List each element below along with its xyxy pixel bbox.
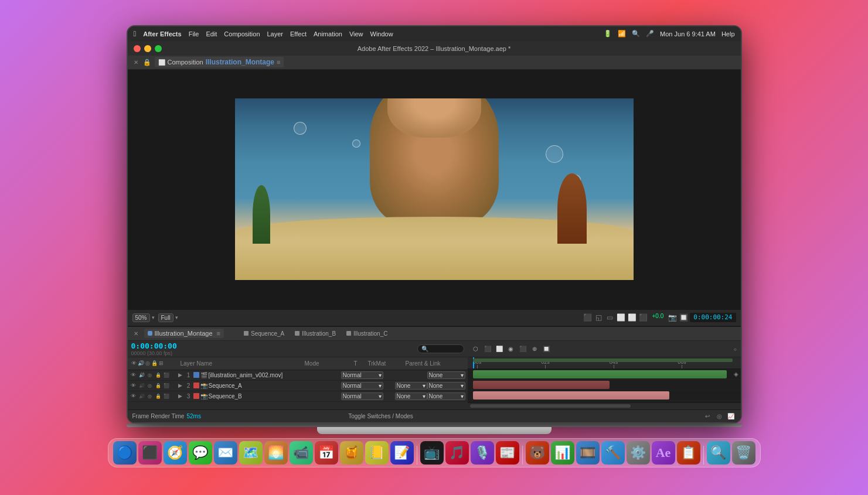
toggle-switches-button[interactable]: Toggle Switches / Modes — [348, 413, 413, 419]
layer-eye-icon[interactable]: 👁 — [130, 382, 137, 389]
track-bar[interactable] — [473, 381, 610, 389]
dock-aftereffects[interactable]: Ae — [652, 441, 675, 465]
layer-audio-icon[interactable]: 🔊 — [138, 392, 145, 400]
layer-solo-icon[interactable]: ◎ — [147, 382, 154, 389]
layer-motion-blur-icon[interactable]: ⬛ — [163, 371, 170, 378]
menu-composition[interactable]: Composition — [224, 30, 260, 37]
layer-audio-icon[interactable]: 🔊 — [138, 382, 145, 389]
close-button[interactable] — [134, 45, 141, 52]
layer-solo-icon[interactable]: ◎ — [147, 392, 154, 400]
layer-expand-icon[interactable]: ▶ — [177, 371, 184, 378]
menu-effect[interactable]: Effect — [290, 30, 307, 37]
dock-xcode[interactable]: 🔨 — [601, 441, 625, 465]
layer-solo-icon[interactable]: ◎ — [147, 371, 154, 378]
aspect-icon[interactable]: ▭ — [605, 313, 615, 322]
timeline-main-tab[interactable]: Illustration_Montage ≡ — [144, 329, 224, 338]
layer-motion-blur-icon[interactable]: ⬛ — [163, 392, 170, 400]
dock-podcasts[interactable]: 🎙️ — [471, 441, 494, 465]
guides-icon[interactable]: ⬜ — [628, 313, 637, 322]
layer-motion-blur-icon[interactable]: ⬛ — [163, 382, 170, 389]
layer-eye-icon[interactable]: 👁 — [130, 392, 137, 400]
timeline-tab-menu-icon[interactable]: ≡ — [217, 330, 220, 337]
work-area-bar[interactable] — [473, 359, 733, 362]
dock-reminders[interactable]: 📝 — [390, 441, 414, 465]
time-stretch-icon[interactable]: ⬛ — [483, 344, 492, 353]
layer-parent-dropdown[interactable]: None ▾ — [427, 392, 465, 400]
menu-aftereffects[interactable]: After Effects — [143, 30, 181, 37]
safe-zones-icon[interactable]: ⬜ — [617, 313, 626, 322]
layer-eye-icon[interactable]: 👁 — [130, 371, 137, 378]
menu-window[interactable]: Window — [370, 30, 393, 37]
track-bar[interactable] — [473, 391, 670, 400]
dock-messages[interactable]: 💬 — [189, 441, 212, 465]
zoom-level[interactable]: 50% — [132, 313, 150, 322]
spotlight-icon[interactable]: 🔍 — [632, 30, 640, 37]
dock-honey[interactable]: 🍯 — [340, 441, 363, 465]
roi-icon[interactable]: ⬛ — [583, 313, 593, 322]
layer-lock-icon[interactable]: 🔒 — [155, 392, 162, 400]
layer-parent-dropdown[interactable]: None ▾ — [427, 371, 465, 379]
dock-powerpoint[interactable]: 📋 — [677, 441, 700, 465]
dock-launchpad[interactable]: ⬛ — [138, 441, 162, 465]
comp-flow-icon[interactable]: ⬡ — [471, 344, 481, 353]
timecode-display[interactable]: 0:00:00:00 — [131, 342, 177, 350]
dock-facetime[interactable]: 📹 — [290, 441, 313, 465]
dock-fantastical[interactable]: 📅 — [315, 441, 338, 465]
dock-maps[interactable]: 🗺️ — [239, 441, 263, 465]
layer-mode-dropdown[interactable]: Normal ▾ — [341, 371, 383, 379]
layer-search-box[interactable]: 🔍 — [417, 344, 464, 353]
layer-name[interactable]: [illustration_anim_v002.mov] — [209, 372, 341, 378]
dock-search[interactable]: 🔍 — [707, 441, 730, 465]
guide-layer-icon[interactable]: ⬛ — [518, 344, 527, 353]
null-object-icon[interactable]: ◉ — [506, 344, 516, 353]
dock-bear[interactable]: 🐻 — [526, 441, 549, 465]
layer-trkmat-dropdown[interactable]: None ▾ — [395, 392, 427, 400]
timeline-panel-close-icon[interactable]: ✕ — [132, 330, 139, 337]
menu-help[interactable]: Help — [721, 30, 735, 37]
layer-mode-dropdown[interactable]: Normal ▾ — [341, 392, 383, 400]
menu-layer[interactable]: Layer — [267, 30, 284, 37]
dock-trash[interactable]: 🗑️ — [732, 441, 755, 465]
layer-lock-icon[interactable]: 🔒 — [155, 371, 162, 378]
tab-illustration-c[interactable]: Illustration_C — [343, 329, 391, 338]
layer-parent-dropdown[interactable]: None ▾ — [427, 382, 465, 390]
time-display-icon[interactable]: ◎ — [714, 411, 724, 421]
layer-lock-icon[interactable]: 🔒 — [155, 382, 162, 389]
dock-notes[interactable]: 📒 — [365, 441, 389, 465]
dock-finder[interactable]: 🔵 — [113, 441, 137, 465]
color-icon[interactable]: ⬛ — [639, 313, 648, 322]
dock-safari[interactable]: 🧭 — [164, 441, 187, 465]
dock-photos[interactable]: 🌅 — [264, 441, 288, 465]
dock-keynote[interactable]: 🎞️ — [576, 441, 600, 465]
horizontal-scrollbar[interactable] — [470, 404, 631, 408]
transparency-icon[interactable]: ◱ — [594, 313, 604, 322]
loop-icon[interactable]: ↩ — [703, 411, 712, 421]
layer-trkmat-dropdown[interactable]: None ▾ — [395, 382, 427, 390]
menu-animation[interactable]: Animation — [314, 30, 342, 37]
maximize-button[interactable] — [155, 45, 162, 52]
menu-file[interactable]: File — [189, 30, 199, 37]
dock-numbers[interactable]: 📊 — [551, 441, 574, 465]
dock-mail[interactable]: ✉️ — [214, 441, 237, 465]
menu-view[interactable]: View — [349, 30, 363, 37]
layer-audio-icon[interactable]: 🔊 — [138, 371, 145, 378]
time-remap-icon[interactable]: ⬜ — [495, 344, 504, 353]
graph-editor-icon[interactable]: 📈 — [726, 411, 736, 421]
menu-edit[interactable]: Edit — [206, 30, 217, 37]
adjustment-layer-icon[interactable]: ⊕ — [530, 344, 539, 353]
panel-close-icon[interactable]: ✕ — [132, 59, 139, 66]
layer-name[interactable]: Sequence_A — [209, 383, 341, 389]
comp-tab-menu-icon[interactable]: ≡ — [277, 59, 280, 66]
new-viewer-icon[interactable]: 🔲 — [542, 344, 551, 353]
dock-appletv[interactable]: 📺 — [420, 441, 444, 465]
siri-icon[interactable]: 🎤 — [646, 30, 654, 37]
composition-tab[interactable]: ⬜ Composition Illustration_Montage ≡ — [155, 57, 284, 67]
layer-name[interactable]: Sequence_B — [209, 393, 341, 400]
track-bar[interactable] — [473, 370, 727, 378]
dock-systemprefs[interactable]: ⚙️ — [627, 441, 650, 465]
dock-music[interactable]: 🎵 — [445, 441, 469, 465]
tab-illustration-b[interactable]: Illustration_B — [291, 329, 339, 338]
tab-sequence-a[interactable]: Sequence_A — [240, 329, 288, 338]
quality-level[interactable]: Full — [158, 313, 173, 322]
zoom-dropdown[interactable]: 50% ▾ — [132, 313, 155, 322]
